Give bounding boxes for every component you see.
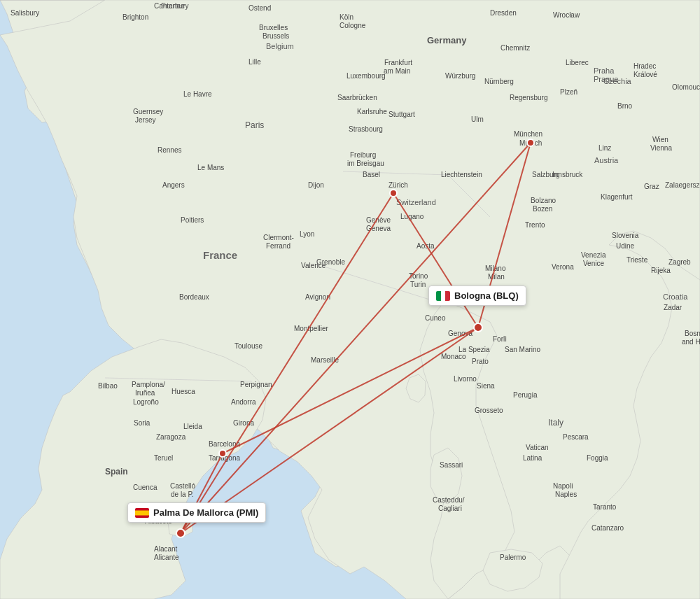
svg-text:Huesca: Huesca bbox=[172, 388, 195, 395]
italy-flag-icon bbox=[436, 291, 450, 301]
svg-text:Verona: Verona bbox=[552, 263, 574, 271]
svg-text:Milan: Milan bbox=[488, 273, 505, 281]
svg-text:Strasbourg: Strasbourg bbox=[349, 125, 383, 133]
svg-text:Lleida: Lleida bbox=[183, 423, 202, 430]
svg-text:Bosnia: Bosnia bbox=[685, 330, 700, 337]
svg-point-154 bbox=[527, 139, 534, 146]
svg-text:Liberec: Liberec bbox=[566, 59, 589, 66]
svg-text:Stuttgart: Stuttgart bbox=[388, 111, 415, 118]
svg-text:Graz: Graz bbox=[644, 183, 659, 190]
svg-text:Rijeka: Rijeka bbox=[651, 267, 671, 274]
svg-text:France: France bbox=[161, 1, 185, 10]
svg-text:Venezia: Venezia bbox=[581, 251, 606, 259]
svg-text:France: France bbox=[203, 249, 237, 261]
svg-text:Bilbao: Bilbao bbox=[98, 382, 118, 390]
palma-label: Palma De Mallorca (PMI) bbox=[153, 507, 258, 518]
svg-text:Dresden: Dresden bbox=[490, 9, 517, 17]
svg-text:Turin: Turin bbox=[410, 281, 426, 288]
svg-text:Hradec: Hradec bbox=[634, 62, 656, 70]
svg-text:Latina: Latina bbox=[523, 454, 542, 462]
spain-flag-icon bbox=[135, 508, 149, 518]
svg-text:Belgium: Belgium bbox=[266, 42, 294, 50]
map-background: Brighton Canterbury Ostend Köln Cologne … bbox=[0, 0, 700, 599]
svg-text:Praha: Praha bbox=[594, 66, 615, 75]
svg-text:Clermont-: Clermont- bbox=[263, 234, 294, 241]
svg-text:Salisbury: Salisbury bbox=[10, 9, 39, 17]
svg-text:Salzburg: Salzburg bbox=[532, 171, 559, 178]
svg-text:Monaco: Monaco bbox=[441, 353, 466, 360]
svg-text:Trento: Trento bbox=[525, 221, 545, 229]
svg-text:Liechtenstein: Liechtenstein bbox=[441, 171, 482, 178]
svg-text:Ferrand: Ferrand bbox=[266, 242, 290, 250]
svg-text:Le Havre: Le Havre bbox=[183, 90, 212, 98]
svg-text:Germany: Germany bbox=[427, 35, 467, 45]
svg-text:München: München bbox=[514, 130, 542, 138]
svg-text:Wrocław: Wrocław bbox=[553, 11, 580, 19]
svg-text:Teruel: Teruel bbox=[154, 454, 173, 462]
svg-text:La Spezia: La Spezia bbox=[458, 346, 490, 353]
svg-text:Austria: Austria bbox=[594, 156, 619, 164]
svg-text:Pescara: Pescara bbox=[563, 433, 589, 441]
svg-text:Cuneo: Cuneo bbox=[425, 314, 446, 322]
svg-text:Zalaegerszeg: Zalaegerszeg bbox=[665, 181, 700, 189]
svg-rect-162 bbox=[135, 510, 149, 515]
svg-text:Prato: Prato bbox=[472, 358, 489, 365]
svg-text:Chemnitz: Chemnitz bbox=[500, 44, 530, 52]
svg-text:Guernsey: Guernsey bbox=[133, 108, 163, 115]
svg-text:Frankfurt: Frankfurt bbox=[384, 59, 412, 66]
svg-text:Zadar: Zadar bbox=[664, 304, 682, 311]
svg-text:Catanzaro: Catanzaro bbox=[592, 524, 624, 532]
svg-text:Zagreb: Zagreb bbox=[668, 258, 691, 266]
svg-text:Napoli: Napoli bbox=[553, 482, 573, 490]
svg-text:Regensburg: Regensburg bbox=[510, 94, 547, 101]
svg-text:Luxembourg: Luxembourg bbox=[346, 72, 386, 80]
svg-text:Switzerland: Switzerland bbox=[396, 198, 436, 206]
svg-text:Brighton: Brighton bbox=[122, 13, 148, 21]
svg-text:Wien: Wien bbox=[652, 136, 668, 143]
svg-text:Iruñea: Iruñea bbox=[135, 389, 155, 397]
svg-text:Andorra: Andorra bbox=[231, 398, 256, 406]
svg-text:Vienna: Vienna bbox=[650, 144, 672, 152]
svg-text:Zürich: Zürich bbox=[388, 181, 408, 189]
palma-airport-tooltip[interactable]: Palma De Mallorca (PMI) bbox=[127, 502, 266, 523]
svg-text:Cagliari: Cagliari bbox=[438, 505, 462, 512]
svg-text:Le Mans: Le Mans bbox=[197, 164, 224, 171]
svg-text:Ulm: Ulm bbox=[471, 115, 484, 123]
svg-rect-158 bbox=[436, 291, 441, 301]
svg-text:Vatican: Vatican bbox=[526, 444, 549, 451]
svg-text:Klagenfurt: Klagenfurt bbox=[601, 193, 633, 201]
svg-text:Králové: Králové bbox=[634, 71, 657, 78]
svg-text:Soria: Soria bbox=[134, 419, 150, 427]
svg-text:Marseille: Marseille bbox=[311, 356, 339, 364]
svg-text:Montpellier: Montpellier bbox=[294, 325, 329, 332]
svg-text:Paris: Paris bbox=[245, 120, 264, 130]
svg-text:Lille: Lille bbox=[248, 58, 261, 66]
svg-rect-160 bbox=[445, 291, 450, 301]
svg-text:Brno: Brno bbox=[617, 102, 633, 110]
svg-text:Casteddu/: Casteddu/ bbox=[433, 496, 465, 504]
svg-text:Basel: Basel bbox=[363, 171, 380, 178]
bologna-label: Bologna (BLQ) bbox=[454, 290, 519, 301]
svg-text:Linz: Linz bbox=[598, 144, 611, 152]
svg-text:Czechia: Czechia bbox=[603, 77, 632, 85]
svg-text:Freiburg: Freiburg bbox=[350, 151, 376, 159]
svg-text:Logroño: Logroño bbox=[133, 398, 159, 406]
svg-text:Perugia: Perugia bbox=[513, 391, 538, 399]
svg-text:Grosseto: Grosseto bbox=[475, 407, 503, 414]
svg-text:Alacant: Alacant bbox=[154, 545, 178, 553]
bologna-airport-tooltip[interactable]: Bologna (BLQ) bbox=[428, 286, 526, 306]
svg-text:Saarbrücken: Saarbrücken bbox=[337, 94, 377, 101]
svg-text:Olomouc: Olomouc bbox=[672, 83, 700, 91]
svg-text:Cuenca: Cuenca bbox=[133, 484, 158, 491]
svg-text:im Breisgau: im Breisgau bbox=[347, 160, 384, 167]
svg-text:Perpignan: Perpignan bbox=[240, 381, 272, 388]
svg-text:Italy: Italy bbox=[548, 418, 564, 428]
svg-text:Udine: Udine bbox=[616, 242, 635, 250]
svg-text:and Herz.: and Herz. bbox=[682, 338, 700, 346]
svg-rect-159 bbox=[441, 291, 445, 301]
svg-text:Brussels: Brussels bbox=[262, 32, 289, 40]
svg-text:Jersey: Jersey bbox=[135, 116, 155, 124]
svg-text:Palermo: Palermo bbox=[500, 554, 526, 561]
svg-text:Karlsruhe: Karlsruhe bbox=[357, 108, 387, 115]
svg-text:Bolzano: Bolzano bbox=[531, 197, 556, 204]
